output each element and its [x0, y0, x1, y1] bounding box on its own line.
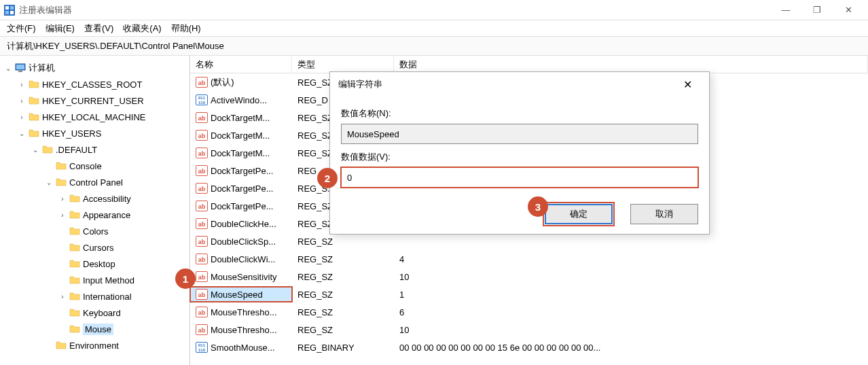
value-name-cell: ab(默认) — [190, 75, 292, 90]
value-name-text: DockTargetM... — [211, 148, 270, 158]
chevron-down-icon[interactable]: ⌄ — [31, 145, 39, 154]
value-name-input — [341, 124, 698, 144]
value-name-cell: abDockTargetPe... — [190, 181, 292, 196]
menu-favorites[interactable]: 收藏夹(A) — [123, 22, 161, 35]
tree-item-label: HKEY_LOCAL_MACHINE — [42, 112, 145, 122]
cancel-button[interactable]: 取消 — [630, 204, 698, 224]
value-name-cell: abDoubleClickHe... — [190, 216, 292, 231]
chevron-right-icon[interactable]: › — [58, 211, 67, 219]
col-data[interactable]: 数据 — [394, 56, 868, 73]
value-data-cell: 6 — [394, 306, 868, 319]
value-row[interactable]: abMouseSpeedREG_SZ1 — [190, 285, 868, 303]
tree-item-label: Control Panel — [69, 177, 123, 188]
maximize-button[interactable]: ❐ — [801, 0, 833, 20]
value-row[interactable]: 011110SmoothMouse...REG_BINARY00 00 00 0… — [190, 338, 868, 356]
tree-item-appearance[interactable]: ›Appearance — [0, 207, 189, 223]
value-name-cell: abDoubleClickWi... — [190, 251, 292, 266]
tree-item-label: International — [83, 292, 132, 302]
tree-item-label: 计算机 — [29, 62, 55, 74]
folder-icon — [56, 177, 67, 188]
value-data-cell: 00 00 00 00 00 00 00 00 15 6e 00 00 00 0… — [394, 341, 868, 354]
expander-placeholder — [58, 227, 67, 235]
value-type-cell: REG_SZ — [292, 235, 394, 248]
value-name-text: DoubleClickWi... — [211, 254, 275, 264]
dialog-close-button[interactable]: ✕ — [674, 78, 701, 91]
value-data-cell: 10 — [394, 324, 868, 336]
tree-item-control-panel[interactable]: ⌄Control Panel — [0, 174, 189, 190]
svg-rect-6 — [16, 65, 24, 69]
value-name-cell: abMouseThresho... — [190, 305, 292, 319]
tree-item-label: Desktop — [83, 259, 115, 269]
string-value-icon: ab — [196, 235, 208, 247]
col-type[interactable]: 类型 — [292, 56, 394, 73]
string-value-icon: ab — [196, 147, 208, 159]
value-name-text: ActiveWindo... — [211, 95, 267, 105]
value-name-cell: abMouseSpeed — [190, 287, 292, 302]
string-value-icon: ab — [196, 218, 208, 230]
close-button[interactable]: ✕ — [833, 0, 864, 20]
tree-item-input-method[interactable]: Input Method — [0, 272, 189, 288]
svg-rect-1 — [5, 6, 9, 10]
value-data-cell: 10 — [394, 271, 868, 283]
tree-item-colors[interactable]: Colors — [0, 223, 189, 239]
tree-item-console[interactable]: Console — [0, 158, 189, 174]
tree-item--default[interactable]: ⌄.DEFAULT — [0, 141, 189, 158]
tree-item-label: Keyboard — [83, 308, 121, 318]
value-type-cell: REG_SZ — [292, 288, 394, 301]
value-row[interactable]: abDoubleClickWi...REG_SZ4 — [190, 250, 868, 268]
value-name-text: (默认) — [211, 76, 234, 88]
menu-edit[interactable]: 编辑(E) — [46, 22, 75, 35]
tree-item--[interactable]: ⌄计算机 — [0, 60, 189, 76]
tree-item-mouse[interactable]: Mouse — [0, 321, 189, 337]
minimize-button[interactable]: — — [770, 0, 801, 20]
tree-item-hkey-classes-root[interactable]: ›HKEY_CLASSES_ROOT — [0, 76, 189, 92]
value-name-text: DockTargetM... — [211, 131, 270, 141]
chevron-right-icon[interactable]: › — [18, 113, 26, 121]
value-name-label: 数值名称(N): — [341, 107, 698, 120]
address-bar[interactable]: 计算机\HKEY_USERS\.DEFAULT\Control Panel\Mo… — [0, 37, 868, 56]
value-row[interactable]: abMouseThresho...REG_SZ6 — [190, 303, 868, 321]
chevron-down-icon[interactable]: ⌄ — [18, 129, 26, 137]
value-name-text: DockTargetM... — [211, 113, 270, 123]
value-row[interactable]: abDoubleClickSp...REG_SZ — [190, 232, 868, 250]
menu-view[interactable]: 查看(V) — [84, 22, 113, 35]
menu-help[interactable]: 帮助(H) — [171, 22, 201, 35]
tree-item-accessibility[interactable]: ›Accessibility — [0, 190, 189, 207]
dialog-titlebar[interactable]: 编辑字符串 ✕ — [330, 72, 709, 97]
callout-1: 1 — [175, 268, 196, 289]
chevron-right-icon[interactable]: › — [58, 194, 67, 203]
tree-item-environment[interactable]: Environment — [0, 337, 189, 353]
folder-icon — [69, 193, 80, 204]
tree-item-hkey-users[interactable]: ⌄HKEY_USERS — [0, 125, 189, 141]
chevron-down-icon[interactable]: ⌄ — [4, 64, 12, 72]
folder-icon — [69, 226, 80, 237]
value-data-cell: 1 — [394, 288, 868, 301]
svg-text:ab: ab — [198, 292, 206, 298]
tree-item-label: HKEY_CURRENT_USER — [42, 96, 144, 106]
chevron-right-icon[interactable]: › — [18, 80, 26, 88]
tree-item-cursors[interactable]: Cursors — [0, 239, 189, 256]
svg-text:ab: ab — [198, 133, 206, 139]
value-type-cell: REG_SZ — [292, 271, 394, 283]
menu-file[interactable]: 文件(F) — [7, 22, 36, 35]
tree-item-hkey-current-user[interactable]: ›HKEY_CURRENT_USER — [0, 92, 189, 109]
tree-item-hkey-local-machine[interactable]: ›HKEY_LOCAL_MACHINE — [0, 109, 189, 125]
value-name-cell: abMouseThresho... — [190, 322, 292, 337]
tree-item-international[interactable]: ›International — [0, 288, 189, 305]
svg-text:ab: ab — [198, 309, 206, 316]
string-value-icon: ab — [196, 271, 208, 283]
chevron-right-icon[interactable]: › — [18, 97, 26, 105]
value-name-cell: abMouseSensitivity — [190, 269, 292, 284]
value-row[interactable]: abMouseThresho...REG_SZ10 — [190, 321, 868, 338]
tree-item-keyboard[interactable]: Keyboard — [0, 305, 189, 321]
folder-icon — [56, 160, 67, 171]
col-name[interactable]: 名称 — [190, 56, 292, 73]
registry-tree[interactable]: ⌄计算机›HKEY_CLASSES_ROOT›HKEY_CURRENT_USER… — [0, 56, 190, 365]
value-data-input[interactable] — [341, 167, 698, 188]
tree-item-desktop[interactable]: Desktop — [0, 256, 189, 272]
value-row[interactable]: abMouseSensitivityREG_SZ10 — [190, 268, 868, 285]
chevron-down-icon[interactable]: ⌄ — [45, 178, 53, 186]
ok-button[interactable]: 确定 — [545, 204, 613, 224]
chevron-right-icon[interactable]: › — [58, 292, 67, 300]
value-type-cell: REG_SZ — [292, 306, 394, 319]
